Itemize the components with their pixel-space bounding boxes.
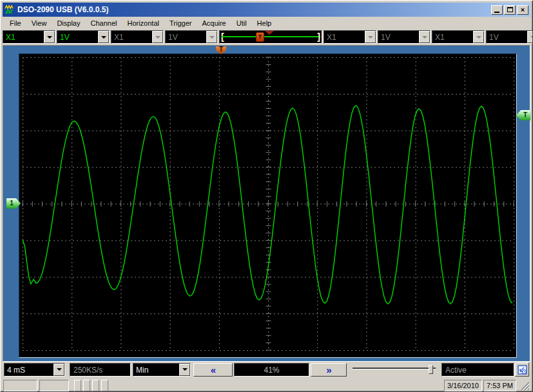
minimize-button[interactable]	[491, 5, 503, 15]
chevron-down-icon[interactable]	[419, 31, 430, 43]
app-icon	[5, 5, 15, 15]
acquire-mode-combo[interactable]: Min	[133, 363, 191, 377]
trigger-position-slider[interactable]: [ ] T	[219, 30, 322, 44]
indicator-box-3	[92, 380, 99, 391]
double-left-chevron-icon: «	[211, 365, 215, 375]
menu-item-display[interactable]: Display	[52, 18, 85, 28]
ch4-attenuation-combo[interactable]: X1	[432, 30, 485, 44]
toolbar-left-combos: X11VX11V	[3, 30, 219, 44]
scope-screen	[19, 53, 517, 358]
slider-right-bracket: ]	[317, 32, 320, 42]
resize-grip-icon[interactable]	[519, 380, 530, 391]
maximize-button[interactable]	[504, 5, 516, 15]
chevron-down-icon[interactable]	[44, 31, 55, 43]
ch2-attenuation-combo[interactable]: X1	[111, 30, 164, 44]
menu-item-trigger[interactable]: Trigger	[164, 18, 197, 28]
ch2-volts-div-value: 1V	[166, 31, 206, 43]
window-title: DSO-2090 USB (V6.0.0.5)	[17, 5, 490, 14]
indicator-boxes	[74, 380, 110, 391]
chevron-down-icon[interactable]	[527, 31, 533, 43]
menu-item-help[interactable]: Help	[252, 18, 277, 28]
ch3-volts-div-value: 1V	[378, 31, 419, 43]
menu-item-acquire[interactable]: Acquire	[197, 18, 231, 28]
ch3-volts-div-combo[interactable]: 1V	[378, 30, 431, 44]
position-display: 41%	[234, 363, 309, 377]
chevron-down-icon[interactable]	[206, 31, 217, 43]
ch3-attenuation-combo[interactable]: X1	[324, 30, 376, 44]
menu-item-channel[interactable]: Channel	[85, 18, 122, 28]
ch4-volts-div-combo[interactable]: 1V	[486, 30, 533, 44]
minimize-icon	[494, 12, 499, 13]
trigger-level-marker[interactable]: T	[516, 110, 530, 120]
ch3-attenuation-value: X1	[324, 31, 365, 43]
slider-range-line	[221, 36, 320, 37]
close-button[interactable]: ×	[517, 5, 528, 15]
ch1-attenuation-combo[interactable]: X1	[3, 30, 55, 44]
trigger-pointer-icon	[265, 31, 274, 35]
chevron-down-icon[interactable]	[152, 31, 163, 43]
indicator-box-2	[83, 380, 90, 391]
indicator-box-1	[74, 380, 81, 391]
chevron-down-icon[interactable]	[365, 31, 376, 43]
menu-item-horizontal[interactable]: Horizontal	[122, 18, 164, 28]
acquire-mode-value: Min	[133, 364, 179, 376]
indicator-box-4	[101, 380, 108, 391]
ch2-attenuation-value: X1	[111, 31, 152, 43]
double-right-chevron-icon: »	[326, 365, 331, 375]
display-position-slider[interactable]	[350, 363, 438, 377]
ch1-volts-div-value: 1V	[57, 31, 98, 43]
app-window: DSO-2090 USB (V6.0.0.5) × FileViewDispla…	[0, 0, 533, 392]
date-display: 3/16/2010	[444, 380, 482, 391]
menu-item-file[interactable]: File	[5, 18, 26, 28]
ch1-attenuation-value: X1	[3, 31, 44, 43]
time-display: 7:53 PM	[483, 380, 516, 391]
chevron-down-icon[interactable]	[53, 364, 64, 376]
ch1-volts-div-combo[interactable]: 1V	[57, 30, 110, 44]
toolbar: X11VX11V [ ] T X11VX11V	[3, 29, 530, 45]
sample-rate-display: 250KS/s	[70, 363, 131, 377]
ch4-volts-div-value: 1V	[487, 31, 527, 43]
chevron-down-icon[interactable]	[98, 31, 109, 43]
scroll-right-button[interactable]: »	[311, 363, 347, 377]
timebase-value: 4 mS	[5, 364, 53, 376]
sync-window-icon	[518, 365, 527, 375]
menu-item-util[interactable]: Util	[231, 18, 252, 28]
channel1-trace	[23, 106, 512, 304]
control-bar: 4 mS 250KS/s Min « 41% » Active	[3, 362, 530, 377]
close-icon: ×	[521, 6, 525, 14]
trigger-status-display: Active	[441, 363, 514, 377]
menu-item-view[interactable]: View	[26, 18, 52, 28]
slider-groove	[353, 368, 436, 369]
statusbar-panel-2	[39, 380, 69, 391]
maximize-icon	[507, 7, 513, 12]
statusbar-panel-1	[3, 380, 37, 391]
toolbar-right-combos: X11VX11V	[324, 30, 533, 44]
ch4-attenuation-value: X1	[432, 31, 473, 43]
titlebar: DSO-2090 USB (V6.0.0.5) ×	[3, 3, 530, 17]
scope-svg	[19, 54, 516, 357]
trigger-position-handle[interactable]: T	[256, 32, 264, 42]
chevron-down-icon[interactable]	[179, 364, 190, 376]
scope-frame: 1 T T	[3, 45, 530, 362]
chevron-down-icon[interactable]	[473, 31, 484, 43]
menubar: FileViewDisplayChannelHorizontalTriggerA…	[3, 17, 530, 29]
scroll-left-button[interactable]: «	[193, 363, 233, 377]
timebase-combo[interactable]: 4 mS	[4, 363, 65, 377]
ch2-volts-div-combo[interactable]: 1V	[165, 30, 218, 44]
refresh-button[interactable]	[515, 362, 529, 377]
slider-handle[interactable]	[429, 365, 433, 374]
statusbar: 3/16/2010 7:53 PM	[3, 377, 530, 392]
